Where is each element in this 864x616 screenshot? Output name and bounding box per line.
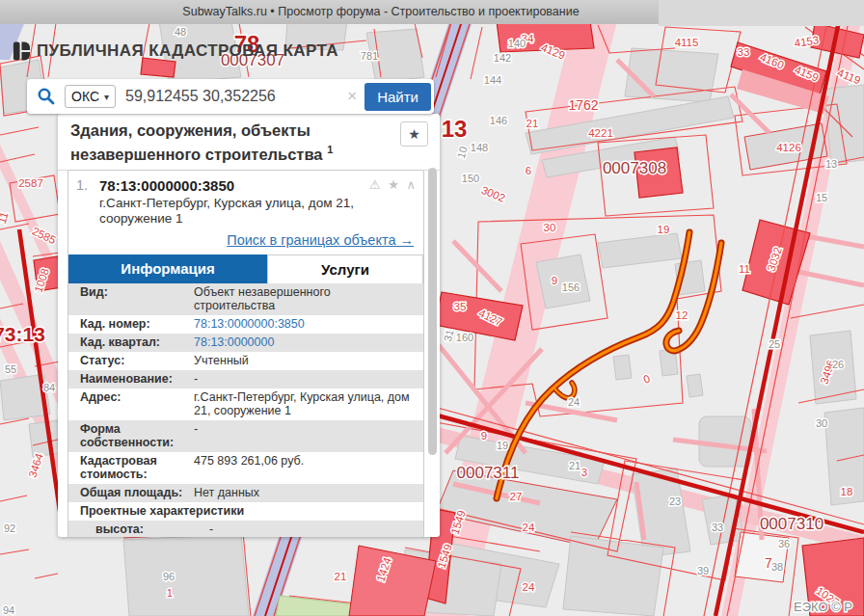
svg-text:35: 35	[454, 301, 467, 312]
svg-text:3: 3	[581, 467, 587, 478]
svg-text:21: 21	[526, 118, 539, 129]
clear-search-icon[interactable]: ×	[347, 87, 357, 106]
svg-text:0007308: 0007308	[603, 159, 666, 177]
result-cad-number: 78:13:0000000:3850	[99, 177, 365, 194]
svg-text:21: 21	[569, 460, 580, 471]
svg-text:1762: 1762	[568, 97, 598, 113]
favorite-button[interactable]: ★	[400, 121, 428, 147]
info-table: Вид:Объект незавершенного строительства …	[68, 283, 423, 537]
table-row: Вид:Объект незавершенного строительства	[68, 283, 423, 315]
pkk-logo-icon	[12, 40, 30, 62]
panel-scrollbar[interactable]	[428, 168, 437, 455]
svg-text:24: 24	[523, 581, 535, 593]
svg-text:94: 94	[3, 604, 14, 616]
svg-text:142: 142	[494, 52, 511, 64]
screen: 781373:130007307000730800073110007310176…	[0, 0, 864, 616]
result-header: 1. 78:13:0000000:3850 г.Санкт-Петербург,…	[68, 171, 423, 227]
svg-text:23: 23	[669, 495, 681, 507]
svg-text:27: 27	[510, 491, 523, 502]
result-count: 1	[327, 144, 333, 155]
panel-title-block: Здания, сооружения, объекты незавершенно…	[58, 114, 440, 171]
table-row: Статус:Учтенный	[68, 352, 423, 370]
svg-text:13: 13	[442, 116, 468, 142]
svg-text:48: 48	[175, 26, 186, 38]
svg-text:781: 781	[361, 50, 378, 62]
svg-text:24: 24	[523, 522, 535, 533]
svg-text:73:13: 73:13	[0, 323, 45, 345]
result-actions: ⚠ ★ ∧	[365, 177, 416, 227]
collapse-icon[interactable]: ∧	[406, 177, 416, 192]
svg-text:15: 15	[816, 192, 827, 203]
search-bar: ОКС ▾ 59,912455 30,352256 × Найти	[27, 79, 434, 114]
svg-text:13: 13	[825, 158, 837, 170]
app-header: ПУБЛИЧНАЯ КАДАСТРОВАЯ КАРТА	[12, 40, 338, 62]
svg-text:30: 30	[816, 417, 827, 429]
search-input[interactable]: 59,912455 30,352256	[125, 88, 347, 105]
svg-text:19: 19	[658, 224, 670, 235]
svg-text:36: 36	[778, 538, 790, 549]
table-row: Форма собственности:-	[68, 420, 423, 452]
svg-text:24: 24	[568, 396, 580, 408]
find-button[interactable]: Найти	[364, 83, 431, 111]
svg-text:92: 92	[4, 522, 15, 534]
svg-text:140: 140	[508, 38, 526, 49]
svg-text:4115: 4115	[675, 37, 699, 48]
result-index: 1.	[76, 177, 99, 227]
table-row: Кад. номер:78:13:0000000:3850	[68, 315, 423, 334]
table-section-row: Проектные характеристики	[68, 502, 423, 521]
map-attribution: ЕЭКО © Р	[794, 600, 852, 614]
search-category-dropdown[interactable]: ОКС ▾	[65, 85, 116, 108]
chevron-down-icon: ▾	[104, 92, 109, 102]
svg-text:84: 84	[43, 382, 55, 393]
search-in-bounds-link[interactable]: Поиск в границах объекта →	[227, 232, 414, 248]
table-row: Адрес:г.Санкт-Петербург, Курская улица, …	[68, 388, 423, 420]
svg-text:148: 148	[471, 142, 488, 153]
svg-text:25: 25	[769, 338, 780, 350]
svg-text:2587: 2587	[18, 177, 43, 189]
result-address: г.Санкт-Петербург, Курская улица, дом 21…	[99, 196, 365, 227]
svg-text:9: 9	[481, 430, 487, 442]
search-in-bounds-link-row: Поиск в границах объекта →	[68, 227, 423, 254]
svg-text:4126: 4126	[776, 142, 801, 153]
results-panel: Здания, сооружения, объекты незавершенно…	[58, 114, 440, 537]
svg-text:1: 1	[167, 587, 173, 599]
svg-text:11: 11	[739, 263, 750, 275]
search-category-value: ОКС	[71, 89, 99, 104]
window-title: SubwayTalks.ru • Просмотр форума - Строи…	[0, 0, 762, 24]
svg-text:38: 38	[771, 561, 783, 573]
svg-text:33: 33	[712, 522, 723, 533]
svg-text:0007310: 0007310	[760, 515, 824, 533]
svg-text:9: 9	[552, 275, 557, 286]
star-icon[interactable]: ★	[388, 177, 399, 192]
svg-text:6: 6	[526, 165, 531, 176]
app-title: ПУБЛИЧНАЯ КАДАСТРОВАЯ КАРТА	[37, 41, 338, 61]
svg-text:21: 21	[335, 571, 347, 582]
window-titlebar: SubwayTalks.ru • Просмотр форума - Строи…	[0, 0, 864, 24]
svg-text:4221: 4221	[588, 127, 613, 139]
table-row: Кадастровая стоимость:475 893 261,06 руб…	[68, 452, 423, 484]
table-row: высота:-	[68, 521, 423, 537]
table-row: Кад. квартал:78:13:0000000	[68, 334, 423, 352]
search-icon[interactable]	[37, 87, 56, 106]
svg-text:12: 12	[676, 309, 688, 321]
svg-text:19: 19	[497, 440, 508, 451]
svg-text:146: 146	[490, 115, 507, 126]
svg-text:18: 18	[841, 486, 853, 497]
tab-services[interactable]: Услуги	[267, 254, 423, 283]
svg-text:55: 55	[5, 363, 16, 375]
svg-text:0007311: 0007311	[457, 464, 520, 482]
result-tabs: Информация Услуги	[68, 254, 423, 283]
tab-information[interactable]: Информация	[68, 254, 267, 283]
svg-text:30: 30	[544, 222, 556, 233]
warning-icon[interactable]: ⚠	[369, 177, 381, 192]
result-card: 1. 78:13:0000000:3850 г.Санкт-Петербург,…	[68, 170, 424, 537]
svg-text:156: 156	[562, 281, 580, 293]
svg-text:26: 26	[832, 359, 844, 370]
panel-title: Здания, сооружения, объекты незавершенно…	[70, 121, 395, 164]
table-row: Наименование:-	[68, 370, 423, 388]
svg-text:160: 160	[456, 332, 473, 343]
svg-text:144: 144	[484, 74, 501, 86]
svg-text:150: 150	[462, 173, 479, 184]
svg-text:33: 33	[738, 46, 750, 58]
svg-text:96: 96	[163, 571, 175, 582]
